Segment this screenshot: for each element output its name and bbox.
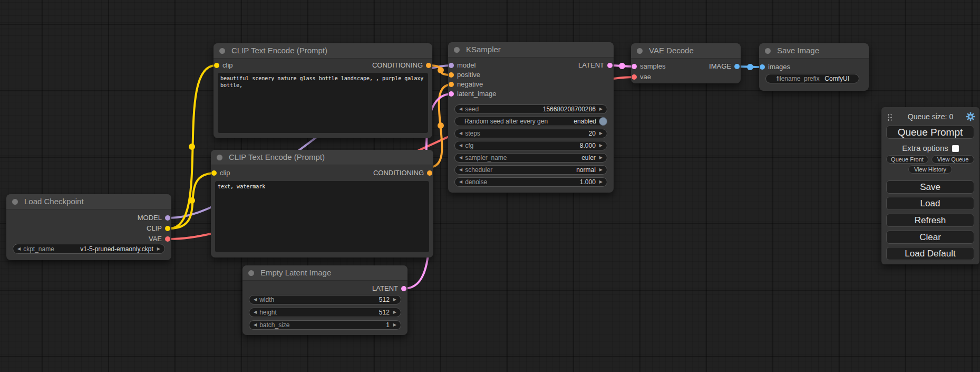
decrement-arrow-icon[interactable]: ◀ [253, 308, 258, 317]
image-output-port[interactable] [734, 64, 740, 69]
conditioning-output-port[interactable] [426, 63, 431, 68]
ckpt-name-widget[interactable]: ◀ ckpt_name v1-5-pruned-emaonly.ckpt ▶ [13, 244, 165, 254]
latent-output-port[interactable] [607, 63, 613, 68]
increment-arrow-icon[interactable]: ▶ [598, 105, 604, 113]
collapse-dot-icon[interactable] [219, 48, 225, 54]
increment-arrow-icon[interactable]: ▶ [598, 166, 604, 174]
decrement-arrow-icon[interactable]: ◀ [16, 245, 22, 253]
decrement-arrow-icon[interactable]: ◀ [458, 154, 463, 162]
node-title-bar[interactable]: Save Image [759, 43, 869, 59]
collapse-dot-icon[interactable] [637, 48, 643, 54]
extra-options-checkbox[interactable] [952, 145, 959, 152]
collapse-dot-icon[interactable] [248, 270, 254, 276]
collapse-dot-icon[interactable] [12, 199, 18, 205]
scheduler-widget[interactable]: ◀ scheduler normal ▶ [454, 165, 607, 175]
model-input-port[interactable] [449, 63, 454, 68]
node-title-bar[interactable]: KSampler [448, 42, 614, 58]
save-button[interactable]: Save [886, 180, 974, 194]
node-vae-decode[interactable]: VAE Decode samples IMAGE vae [631, 43, 741, 83]
collapse-dot-icon[interactable] [217, 155, 222, 160]
images-input-port[interactable] [760, 64, 765, 70]
widget-value: enabled [574, 117, 596, 126]
node-title-bar[interactable]: CLIP Text Encode (Prompt) [211, 150, 433, 165]
increment-arrow-icon[interactable]: ▶ [392, 295, 397, 304]
filename-prefix-widget[interactable]: filename_prefix ComfyUI [765, 74, 859, 83]
sampler-name-widget[interactable]: ◀ sampler_name euler ▶ [454, 153, 607, 163]
model-output-port[interactable] [165, 215, 170, 221]
node-clip-text-encode-negative[interactable]: CLIP Text Encode (Prompt) clip CONDITION… [211, 150, 433, 257]
queue-menu-panel[interactable]: Queue size: 0 Queue Prompt Extra options… [881, 107, 979, 264]
load-button[interactable]: Load [886, 197, 974, 210]
samples-input-port[interactable] [632, 64, 637, 69]
settings-gear-icon[interactable] [966, 112, 975, 123]
node-title-bar[interactable]: Load Checkpoint [6, 194, 171, 209]
positive-input-port[interactable] [449, 72, 454, 78]
view-queue-button[interactable]: View Queue [932, 155, 974, 164]
decrement-arrow-icon[interactable]: ◀ [253, 321, 258, 329]
cfg-widget[interactable]: ◀ cfg 8.000 ▶ [454, 141, 607, 150]
steps-widget[interactable]: ◀ steps 20 ▶ [454, 129, 607, 138]
node-title-bar[interactable]: VAE Decode [631, 43, 741, 59]
node-title-bar[interactable]: Empty Latent Image [242, 265, 407, 281]
latent-image-input-port[interactable] [449, 91, 454, 97]
load-default-button[interactable]: Load Default [886, 247, 974, 260]
widget-label: batch_size [259, 321, 289, 329]
width-widget[interactable]: ◀ width 512 ▶ [249, 295, 401, 304]
random-seed-toggle-widget[interactable]: Random seed after every gen enabled [454, 117, 607, 126]
node-ksampler[interactable]: KSampler model LATENT positive negative … [448, 42, 614, 193]
vae-input-port[interactable] [632, 74, 637, 80]
view-history-button[interactable]: View History [908, 165, 952, 174]
node-clip-text-encode-positive[interactable]: CLIP Text Encode (Prompt) clip CONDITION… [214, 43, 432, 138]
widget-label: denoise [465, 178, 487, 186]
clip-input-port[interactable] [211, 170, 217, 176]
negative-input-port[interactable] [449, 82, 454, 87]
height-widget[interactable]: ◀ height 512 ▶ [249, 308, 401, 317]
widget-value: normal [576, 166, 596, 174]
vae-output-port[interactable] [165, 236, 170, 242]
node-title-bar[interactable]: CLIP Text Encode (Prompt) [214, 43, 432, 59]
increment-arrow-icon[interactable]: ▶ [156, 245, 161, 253]
node-title: CLIP Text Encode (Prompt) [229, 152, 325, 161]
increment-arrow-icon[interactable]: ▶ [598, 154, 604, 162]
decrement-arrow-icon[interactable]: ◀ [458, 166, 463, 174]
comfyui-canvas[interactable]: { "app": {"name": "ComfyUI node graph"},… [0, 0, 980, 372]
node-load-checkpoint[interactable]: Load Checkpoint MODEL CLIP VAE ◀ ckpt_na… [6, 194, 171, 260]
decrement-arrow-icon[interactable]: ◀ [458, 105, 463, 113]
increment-arrow-icon[interactable]: ▶ [598, 178, 604, 186]
decrement-arrow-icon[interactable]: ◀ [458, 178, 463, 186]
prompt-textarea[interactable]: beautiful scenery nature glass bottle la… [218, 73, 428, 133]
decrement-arrow-icon[interactable]: ◀ [253, 295, 258, 304]
denoise-widget[interactable]: ◀ denoise 1.000 ▶ [454, 177, 607, 187]
node-empty-latent-image[interactable]: Empty Latent Image LATENT ◀ width 512 ▶ … [242, 265, 407, 335]
queue-prompt-button[interactable]: Queue Prompt [886, 126, 974, 139]
widget-value: 20 [588, 129, 595, 138]
output-label: VAE [149, 234, 162, 244]
queue-front-button[interactable]: Queue Front [886, 155, 928, 164]
decrement-arrow-icon[interactable]: ◀ [458, 141, 463, 150]
increment-arrow-icon[interactable]: ▶ [598, 141, 604, 150]
conditioning-output-port[interactable] [427, 170, 432, 176]
clip-input-port[interactable] [214, 63, 219, 68]
widget-value: v1-5-pruned-emaonly.ckpt [80, 245, 153, 253]
node-title: Save Image [777, 46, 819, 55]
increment-arrow-icon[interactable]: ▶ [392, 321, 397, 329]
clear-button[interactable]: Clear [886, 231, 974, 244]
link-midpoint-dot [189, 144, 195, 150]
latent-output-port[interactable] [401, 286, 406, 291]
node-save-image[interactable]: Save Image images filename_prefix ComfyU… [759, 43, 869, 91]
decrement-arrow-icon[interactable]: ◀ [458, 129, 463, 138]
widget-value: 1 [386, 321, 390, 329]
seed-widget[interactable]: ◀ seed 156680208700286 ▶ [454, 104, 607, 114]
batch-size-widget[interactable]: ◀ batch_size 1 ▶ [249, 320, 401, 330]
toggle-icon[interactable] [599, 117, 607, 126]
increment-arrow-icon[interactable]: ▶ [598, 129, 604, 138]
prompt-textarea[interactable]: text, watermark [215, 181, 429, 252]
collapse-dot-icon[interactable] [454, 47, 460, 53]
input-label: vae [640, 72, 651, 82]
widget-value: 8.000 [580, 141, 596, 150]
clip-output-port[interactable] [165, 226, 170, 231]
collapse-dot-icon[interactable] [765, 48, 771, 54]
increment-arrow-icon[interactable]: ▶ [392, 308, 397, 317]
node-title: VAE Decode [649, 46, 694, 55]
refresh-button[interactable]: Refresh [886, 214, 974, 227]
